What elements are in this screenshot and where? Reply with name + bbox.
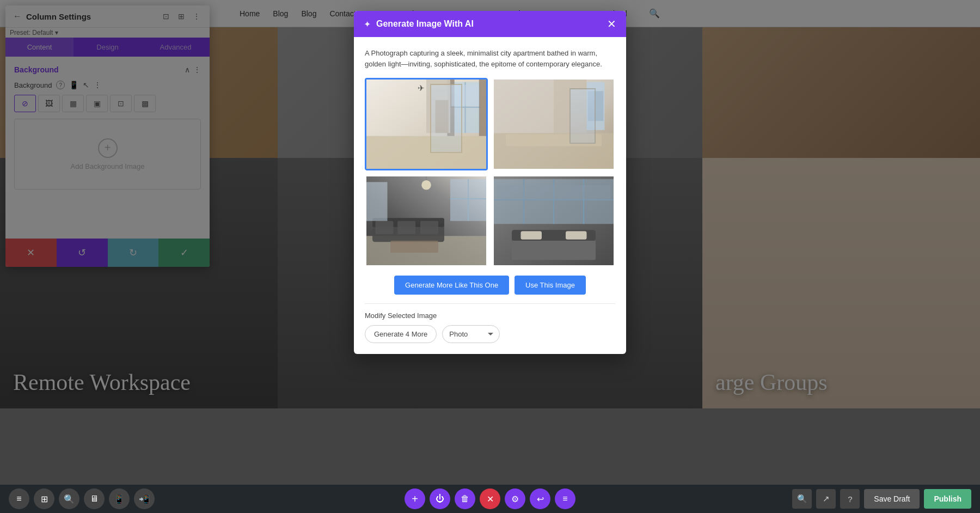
modify-label: Modify Selected Image (365, 312, 615, 320)
svg-rect-7 (479, 80, 486, 136)
svg-rect-16 (588, 91, 604, 121)
modal-action-buttons: Generate More Like This One Use This Ima… (365, 276, 615, 295)
svg-rect-11 (366, 136, 486, 169)
svg-rect-9 (426, 80, 450, 133)
modal-close-button[interactable]: ✕ (607, 19, 616, 29)
close-center-button[interactable]: ✕ (480, 488, 500, 509)
apartment-image-3 (366, 176, 486, 266)
svg-rect-10 (436, 100, 449, 133)
apartment-image-4 (494, 176, 614, 266)
image-cell-3[interactable] (365, 175, 488, 267)
svg-rect-6 (448, 80, 455, 136)
modal-title: Generate Image With AI (376, 19, 602, 29)
power-button[interactable]: ⏻ (430, 488, 450, 509)
svg-rect-19 (506, 134, 602, 146)
toolbar-right-icons: 🔍 ↗ ? (792, 489, 860, 509)
save-draft-button[interactable]: Save Draft (864, 489, 920, 509)
tablet-button[interactable]: 📱 (109, 488, 130, 509)
svg-rect-8 (451, 85, 479, 106)
search-icon-btn[interactable]: 🔍 (792, 489, 812, 509)
modal-header: ✦ Generate Image With AI ✕ (354, 11, 626, 37)
help-icon-btn[interactable]: ? (840, 489, 860, 509)
svg-rect-18 (554, 80, 587, 133)
photo-type-select[interactable]: Photo Illustration Digital Art (442, 325, 500, 343)
image-cell-1[interactable]: ✈ (365, 78, 488, 170)
image-cell-2[interactable] (492, 78, 615, 170)
history-button[interactable]: ↩ (530, 488, 550, 509)
toolbar-left: ≡ ⊞ 🔍 🖥 📱 📲 (9, 488, 155, 509)
delete-button[interactable]: 🗑 (455, 488, 475, 509)
generate-4-more-button[interactable]: Generate 4 More (365, 325, 437, 343)
image-grid: ✈ (365, 78, 615, 267)
grid-button[interactable]: ⊞ (34, 488, 54, 509)
bottom-toolbar: ≡ ⊞ 🔍 🖥 📱 📲 + ⏻ 🗑 ✕ ⚙ ↩ ≡ 🔍 ↗ ? Save Dra… (0, 485, 980, 513)
svg-rect-25 (397, 221, 415, 234)
svg-rect-17 (494, 80, 554, 133)
image-cell-4[interactable] (492, 175, 615, 267)
toolbar-right: 🔍 ↗ ? Save Draft Publish (792, 489, 971, 509)
search-toolbar-button[interactable]: 🔍 (59, 488, 79, 509)
mobile-button[interactable]: 📲 (134, 488, 155, 509)
svg-rect-45 (512, 241, 596, 260)
analytics-button[interactable]: ≡ (555, 488, 575, 509)
modal-body: A Photograph capturing a sleek, minimali… (354, 37, 626, 354)
publish-button[interactable]: Publish (924, 489, 971, 509)
svg-text:✈: ✈ (418, 83, 425, 93)
svg-point-32 (421, 180, 431, 190)
desktop-button[interactable]: 🖥 (84, 488, 105, 509)
toolbar-center: + ⏻ 🗑 ✕ ⚙ ↩ ≡ (405, 488, 575, 509)
use-image-button[interactable]: Use This Image (514, 276, 586, 295)
svg-rect-43 (521, 231, 542, 239)
svg-rect-27 (390, 241, 438, 253)
svg-rect-28 (366, 182, 388, 221)
share-icon-btn[interactable]: ↗ (816, 489, 836, 509)
settings-button[interactable]: ⚙ (505, 488, 525, 509)
hamburger-button[interactable]: ≡ (9, 488, 29, 509)
wand-icon: ✦ (364, 19, 371, 29)
modify-section: Modify Selected Image Generate 4 More Ph… (365, 303, 615, 343)
generate-image-modal: ✦ Generate Image With AI ✕ A Photograph … (354, 11, 626, 354)
svg-rect-24 (376, 221, 394, 234)
svg-rect-26 (420, 221, 438, 234)
apartment-image-1: ✈ (366, 80, 486, 169)
modal-description: A Photograph capturing a sleek, minimali… (365, 48, 615, 69)
apartment-image-2 (494, 80, 614, 169)
svg-rect-44 (566, 231, 587, 239)
generate-more-button[interactable]: Generate More Like This One (394, 276, 509, 295)
svg-rect-40 (497, 185, 611, 200)
add-element-button[interactable]: + (405, 488, 425, 509)
modify-controls: Generate 4 More Photo Illustration Digit… (365, 325, 615, 343)
